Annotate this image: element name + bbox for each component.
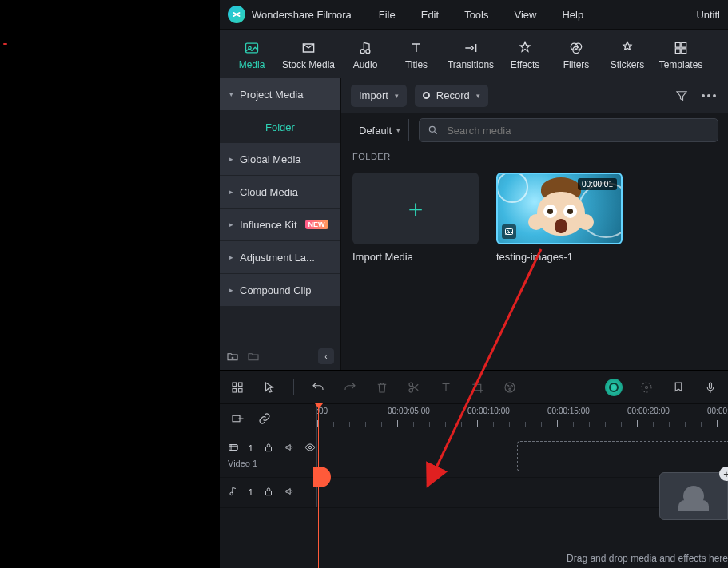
ruler-minor-tick — [413, 422, 414, 427]
svg-rect-16 — [233, 388, 237, 392]
placeholder-avatar-icon — [683, 486, 704, 506]
menu-view[interactable]: View — [503, 6, 547, 24]
redo-button[interactable] — [342, 379, 358, 395]
filter-button[interactable] — [672, 86, 691, 105]
lock-icon[interactable] — [263, 442, 274, 455]
layout-button[interactable] — [229, 379, 245, 395]
tab-stickers[interactable]: Stickers — [602, 38, 653, 70]
voiceover-button[interactable] — [702, 379, 718, 395]
tab-stock-label: Stock Media — [282, 59, 335, 70]
tab-stickers-label: Stickers — [611, 59, 645, 70]
menubar: Wondershare Filmora File Edit Tools View… — [220, 0, 728, 29]
folder-icon[interactable] — [247, 350, 260, 363]
sidebar-folder[interactable]: Folder — [220, 111, 340, 143]
chevron-down-icon: ▾ — [476, 92, 480, 100]
text-button[interactable] — [438, 379, 454, 395]
delete-button[interactable] — [374, 379, 390, 395]
sidebar-influence-kit[interactable]: ▸ Influence Kit NEW — [220, 209, 340, 240]
menu-file[interactable]: File — [368, 6, 407, 24]
new-badge: NEW — [305, 220, 328, 229]
media-grid: ＋ Import Media — [341, 166, 728, 269]
more-options-button[interactable] — [699, 86, 718, 105]
color-button[interactable] — [502, 379, 518, 395]
ruler-minor-tick — [349, 422, 350, 427]
tab-transitions[interactable]: Transitions — [442, 38, 499, 70]
import-dropdown[interactable]: Import ▾ — [351, 85, 407, 107]
media-thumbnail[interactable]: 00:00:01 — [496, 173, 623, 244]
render-button[interactable] — [638, 379, 654, 395]
tab-filters-label: Filters — [563, 59, 590, 70]
decorative — [496, 173, 528, 203]
record-icon — [423, 92, 430, 99]
mute-icon[interactable] — [284, 486, 295, 499]
media-item-card: 00:00:01 testing-images-1 — [496, 173, 623, 263]
menu-help[interactable]: Help — [551, 6, 595, 24]
new-folder-icon[interactable] — [226, 350, 239, 363]
tab-filters[interactable]: Filters — [551, 38, 602, 70]
app-logo-icon — [228, 6, 245, 23]
ruler-tick — [557, 420, 558, 427]
media-icon — [243, 40, 261, 56]
svg-point-30 — [308, 446, 312, 449]
tab-media-label: Media — [239, 59, 265, 70]
tab-media[interactable]: Media — [226, 38, 277, 70]
tab-stock-media[interactable]: Stock Media — [277, 38, 340, 70]
search-icon — [428, 125, 439, 136]
ruler-minor-tick — [653, 422, 654, 427]
ruler-minor-tick — [685, 422, 686, 427]
menu-tools[interactable]: Tools — [453, 6, 499, 24]
marker-button[interactable] — [670, 379, 686, 395]
menu-edit[interactable]: Edit — [410, 6, 450, 24]
media-sidebar: ▾ Project Media Folder ▸ Global Media ▸ … — [220, 78, 341, 370]
templates-icon — [672, 40, 690, 56]
tab-transitions-label: Transitions — [448, 59, 494, 70]
search-media[interactable] — [419, 118, 718, 142]
tab-audio[interactable]: Audio — [340, 38, 391, 70]
ruler-minor-tick — [509, 422, 510, 427]
ruler-minor-tick — [541, 422, 542, 427]
import-media-card: ＋ Import Media — [352, 173, 479, 263]
visibility-icon[interactable] — [304, 442, 316, 455]
tab-templates-label: Templates — [659, 59, 703, 70]
add-preview-button[interactable]: + — [719, 467, 728, 481]
sidebar-compound-clip[interactable]: ▸ Compound Clip — [220, 274, 340, 306]
preview-placeholder[interactable]: + — [659, 472, 728, 520]
lock-icon[interactable] — [263, 486, 274, 499]
search-input[interactable] — [445, 124, 710, 137]
mute-icon[interactable] — [284, 442, 295, 455]
ai-tools-button[interactable] — [605, 379, 623, 396]
ruler-minor-tick — [589, 422, 590, 427]
video-track-body[interactable] — [317, 433, 728, 477]
sidebar-project-media[interactable]: ▾ Project Media — [220, 78, 340, 110]
split-button[interactable] — [406, 379, 422, 395]
crop-button[interactable] — [470, 379, 486, 395]
ruler-minor-tick — [381, 422, 382, 427]
tab-templates[interactable]: Templates — [653, 38, 709, 70]
svg-point-21 — [507, 385, 509, 387]
ruler-minor-tick — [573, 422, 574, 427]
undo-button[interactable] — [310, 379, 326, 395]
record-dropdown[interactable]: Record ▾ — [415, 85, 488, 107]
svg-point-23 — [509, 388, 511, 390]
timeline-toolbar — [220, 371, 728, 404]
timeline-ruler[interactable]: 00:0000:00:05:0000:00:10:0000:00:15:0000… — [317, 404, 728, 433]
add-track-button[interactable] — [229, 411, 245, 427]
svg-rect-17 — [239, 388, 243, 392]
sidebar-global-media[interactable]: ▸ Global Media — [220, 143, 340, 175]
collapse-sidebar-button[interactable]: ‹ — [318, 348, 334, 364]
svg-point-2 — [360, 49, 364, 53]
tab-titles[interactable]: Titles — [391, 38, 442, 70]
link-button[interactable] — [257, 411, 273, 427]
tool-tabs: Media Stock Media Audio Titles Transitio… — [220, 29, 728, 78]
sidebar-cloud-media[interactable]: ▸ Cloud Media — [220, 176, 340, 208]
sort-default-dropdown[interactable]: Default ▾ — [351, 119, 409, 141]
tab-effects[interactable]: Effects — [499, 38, 551, 70]
ruler-tick-label: 00:00:05:00 — [388, 407, 430, 415]
svg-point-31 — [230, 492, 233, 495]
tab-titles-label: Titles — [405, 59, 428, 70]
playhead[interactable] — [318, 404, 319, 568]
cursor-tool-button[interactable] — [261, 379, 277, 395]
sidebar-adjustment-layer[interactable]: ▸ Adjustment La... — [220, 241, 340, 273]
timeline-dropzone[interactable] — [517, 441, 728, 471]
import-media-button[interactable]: ＋ — [352, 173, 479, 244]
